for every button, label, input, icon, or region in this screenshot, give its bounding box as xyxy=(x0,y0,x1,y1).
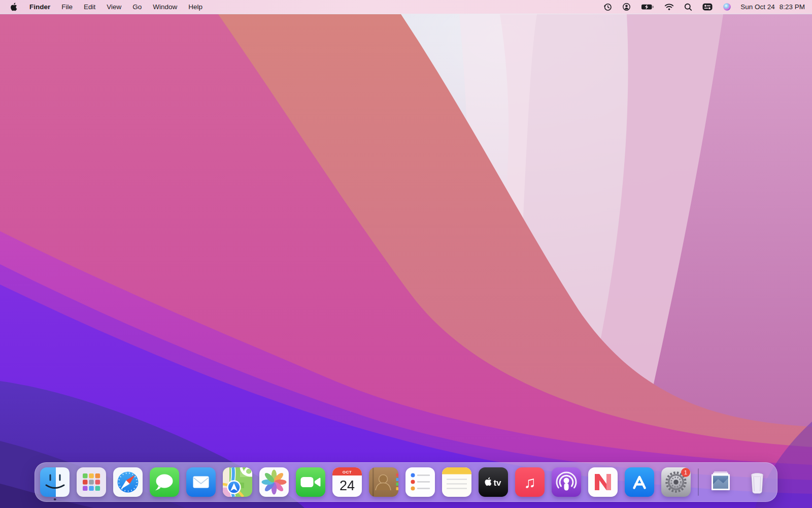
photos-icon xyxy=(259,467,289,497)
maps-icon xyxy=(223,467,252,497)
apple-logo-icon xyxy=(10,3,17,11)
apple-menu[interactable] xyxy=(8,3,24,11)
spotlight-search-icon[interactable] xyxy=(679,3,697,11)
svg-text:♫: ♫ xyxy=(524,473,536,491)
dock-item-mail[interactable] xyxy=(186,467,216,497)
dock-item-app-store[interactable] xyxy=(625,467,654,497)
menu-go[interactable]: Go xyxy=(127,3,147,11)
dock-item-news[interactable] xyxy=(588,467,618,497)
menu-edit[interactable]: Edit xyxy=(78,3,101,11)
menu-file[interactable]: File xyxy=(56,3,78,11)
user-switching-icon[interactable] xyxy=(617,3,636,11)
app-store-icon xyxy=(625,467,654,497)
safari-icon xyxy=(113,467,143,497)
dock-item-facetime[interactable] xyxy=(296,467,325,497)
menu-bar-status: Sun Oct 24 8:23 PM xyxy=(598,3,812,11)
mail-icon xyxy=(186,467,216,497)
desktop[interactable] xyxy=(0,0,812,508)
calendar-month: OCT xyxy=(343,470,352,474)
notes-icon xyxy=(442,467,471,497)
dock-item-screenshot-file[interactable] xyxy=(706,467,735,497)
app-menu-finder[interactable]: Finder xyxy=(24,3,56,11)
battery-charging-icon[interactable] xyxy=(636,3,659,11)
clock-time: 8:23 PM xyxy=(780,3,805,11)
dock: OCT 24 xyxy=(35,462,777,502)
contacts-icon xyxy=(369,467,398,497)
dock-divider[interactable] xyxy=(698,468,699,496)
dock-item-calendar[interactable]: OCT 24 xyxy=(332,467,362,497)
menu-bar-left: Finder File Edit View Go Window Help xyxy=(0,3,208,11)
podcasts-icon xyxy=(552,467,581,497)
dock-item-podcasts[interactable] xyxy=(552,467,581,497)
dock-item-safari[interactable] xyxy=(113,467,143,497)
dock-item-music[interactable]: ♫ xyxy=(515,467,545,497)
menu-window[interactable]: Window xyxy=(147,3,183,11)
dock-item-tv[interactable]: tv xyxy=(479,467,508,497)
finder-running-indicator xyxy=(54,498,56,501)
notification-badge: 1 xyxy=(681,468,690,477)
facetime-icon xyxy=(296,467,325,497)
calendar-day: 24 xyxy=(340,478,355,493)
trash-icon xyxy=(742,467,772,497)
menu-view[interactable]: View xyxy=(101,3,127,11)
system-preferences-icon: 1 xyxy=(661,467,691,497)
menu-bar: Finder File Edit View Go Window Help xyxy=(0,0,812,14)
dock-item-launchpad[interactable] xyxy=(77,467,106,497)
dock-item-notes[interactable] xyxy=(442,467,471,497)
dock-item-trash[interactable] xyxy=(742,467,772,497)
menu-help[interactable]: Help xyxy=(183,3,208,11)
messages-icon xyxy=(150,467,179,497)
launchpad-icon xyxy=(77,467,106,497)
calendar-icon: OCT 24 xyxy=(332,467,362,497)
menu-bar-clock[interactable]: Sun Oct 24 8:23 PM xyxy=(736,3,805,11)
control-center-icon[interactable] xyxy=(697,3,718,11)
news-icon xyxy=(588,467,618,497)
dock-item-maps[interactable] xyxy=(223,467,252,497)
finder-icon xyxy=(40,467,70,497)
clock-date: Sun Oct 24 xyxy=(740,3,775,11)
wallpaper-monterey xyxy=(0,0,812,508)
dock-item-finder[interactable] xyxy=(40,467,70,497)
time-machine-icon[interactable] xyxy=(598,3,617,11)
siri-icon[interactable] xyxy=(718,3,736,11)
reminders-icon xyxy=(405,467,435,497)
dock-item-messages[interactable] xyxy=(150,467,179,497)
dock-item-reminders[interactable] xyxy=(405,467,435,497)
tv-label: tv xyxy=(493,478,501,488)
dock-item-photos[interactable] xyxy=(259,467,289,497)
wifi-icon[interactable] xyxy=(659,3,679,11)
music-icon: ♫ xyxy=(515,467,545,497)
badge-count: 1 xyxy=(684,469,687,475)
screenshot-file-icon xyxy=(706,467,735,497)
dock-item-contacts[interactable] xyxy=(369,467,398,497)
dock-item-system-preferences[interactable]: 1 xyxy=(661,467,691,497)
tv-icon: tv xyxy=(479,467,508,497)
